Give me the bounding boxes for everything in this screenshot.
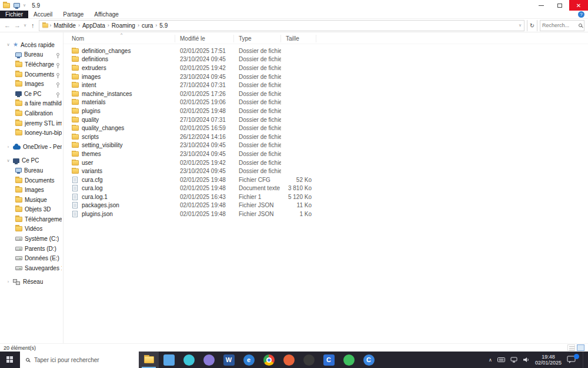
sidebar-item-jeremy-stl-imprima[interactable]: jeremy STL imprima <box>0 118 63 128</box>
sidebar-item-documents[interactable]: Documents <box>0 69 63 79</box>
file-row[interactable]: scripts26/12/2024 14:16Dossier de fichie… <box>64 132 588 141</box>
taskbar-blue-tiles-app-icon[interactable] <box>159 352 179 368</box>
file-row[interactable]: definitions23/10/2024 09:45Dossier de fi… <box>64 55 588 64</box>
sort-ascending-icon[interactable]: ^ <box>121 32 122 37</box>
taskbar-blue-c-round-app-icon[interactable]: C <box>359 352 379 368</box>
file-row[interactable]: definition_changes02/01/2025 17:51Dossie… <box>64 47 588 55</box>
sidebar-item-objets-3d[interactable]: Objets 3D <box>0 205 63 215</box>
sidebar-item-calibration[interactable]: Calibration <box>0 108 63 118</box>
sidebar-item-musique[interactable]: Musique <box>0 195 63 205</box>
sidebar-item-sauvegardes-1-g-[interactable]: Sauvegardes 1 (G:) <box>0 263 63 273</box>
file-row[interactable]: quality27/10/2024 07:31Dossier de fichie… <box>64 115 588 124</box>
action-center-button[interactable] <box>567 356 577 364</box>
breadcrumb-segment[interactable]: AppData <box>80 22 108 29</box>
volume-icon[interactable] <box>523 357 530 363</box>
file-row[interactable]: variants23/10/2024 09:45Dossier de fichi… <box>64 167 588 175</box>
breadcrumb-segment[interactable]: Mathilde <box>51 22 78 29</box>
taskbar-word-app-icon[interactable]: W <box>219 352 239 368</box>
file-row[interactable]: cura.log02/01/2025 19:48Document texte3 … <box>64 184 588 193</box>
show-desktop-button[interactable] <box>583 352 586 368</box>
collapse-caret-icon[interactable]: ∨ <box>6 158 11 163</box>
collapse-caret-icon[interactable]: ∨ <box>6 42 11 47</box>
sidebar-item-ce-pc[interactable]: Ce PC <box>0 89 63 99</box>
taskbar-dark-round-app-icon[interactable] <box>299 352 319 368</box>
file-row[interactable]: plugins02/01/2025 19:48Dossier de fichie… <box>64 107 588 115</box>
hidden-icons-chevron-icon[interactable]: ∧ <box>489 357 492 363</box>
explorer-search-input[interactable] <box>542 22 577 28</box>
file-row[interactable]: packages.json02/01/2025 19:48Fichier JSO… <box>64 201 588 210</box>
qat-customize-caret-icon[interactable]: ∨ <box>23 3 26 8</box>
sidebar-item-parents-d-[interactable]: Parents (D:) <box>0 244 63 254</box>
breadcrumb-caret-icon[interactable]: ∨ <box>519 23 522 28</box>
breadcrumb[interactable]: ›Mathilde›AppData›Roaming›cura›5.9 ∨ <box>39 20 524 31</box>
maximize-button[interactable] <box>550 0 569 11</box>
quick-access-toolbar-icon[interactable] <box>14 3 20 8</box>
sidebar-item-bureau[interactable]: Bureau <box>0 50 63 60</box>
file-row[interactable]: plugins.json02/01/2025 19:48Fichier JSON… <box>64 210 588 218</box>
file-row[interactable]: cura.log.102/01/2025 16:43Fichier 15 120… <box>64 193 588 201</box>
taskbar-chrome-browser-icon[interactable] <box>259 352 279 368</box>
thumbnails-view-button[interactable] <box>577 344 584 351</box>
expand-caret-icon[interactable]: › <box>6 280 11 284</box>
forward-icon[interactable]: → <box>14 22 21 29</box>
up-icon[interactable]: ↑ <box>29 22 36 29</box>
sidebar-item-t-l-chargements[interactable]: Téléchargements <box>0 59 63 69</box>
file-row[interactable]: extruders02/01/2025 19:42Dossier de fich… <box>64 64 588 72</box>
refresh-icon[interactable]: ↻ <box>527 20 537 31</box>
column-header-name[interactable]: Nom <box>64 35 175 42</box>
sidebar-item-looney-tun-bip-bip[interactable]: looney-tun-bip-bip <box>0 128 63 138</box>
file-row[interactable]: machine_instances02/01/2025 17:26Dossier… <box>64 89 588 98</box>
sidebar-item-documents[interactable]: Documents <box>0 175 63 185</box>
sidebar-item-images[interactable]: Images <box>0 185 63 195</box>
taskbar-file-explorer-icon[interactable] <box>139 352 159 368</box>
sidebar-section-ce-pc[interactable]: ∨Ce PC <box>0 156 63 166</box>
file-row[interactable]: intent27/10/2024 07:31Dossier de fichier… <box>64 81 588 89</box>
help-icon[interactable]: ? <box>578 11 584 18</box>
expand-caret-icon[interactable]: › <box>6 145 11 149</box>
sidebar-item-a-faire-mathilde[interactable]: a faire mathilde <box>0 99 63 109</box>
back-icon[interactable]: ← <box>4 22 11 29</box>
sidebar-section-acc-s-rapide[interactable]: ∨★Accès rapide <box>0 40 63 50</box>
file-row[interactable]: images23/10/2024 09:45Dossier de fichier… <box>64 72 588 81</box>
file-row[interactable]: cura.cfg02/01/2025 19:48Fichier CFG52 Ko <box>64 175 588 184</box>
sidebar-item-bureau[interactable]: Bureau <box>0 165 63 175</box>
sidebar-item-images[interactable]: Images <box>0 79 63 89</box>
minimize-button[interactable] <box>532 0 550 11</box>
taskbar-purple-round-app-icon[interactable] <box>199 352 219 368</box>
ribbon-tab-partage[interactable]: Partage <box>58 11 89 18</box>
taskbar-teal-round-app-icon[interactable] <box>179 352 199 368</box>
explorer-search[interactable] <box>540 20 584 31</box>
taskbar-orange-round-app-icon[interactable] <box>279 352 299 368</box>
sidebar-section-onedrive-personal[interactable]: ›OneDrive - Personal <box>0 142 63 152</box>
ribbon-tab-accueil[interactable]: Accueil <box>28 11 58 18</box>
taskbar-search[interactable] <box>20 352 139 368</box>
sidebar-section-r-seau[interactable]: ›Réseau <box>0 277 63 287</box>
breadcrumb-segment[interactable]: 5.9 <box>157 22 170 29</box>
taskbar-blue-c-app-icon[interactable]: C <box>319 352 339 368</box>
sidebar-item-syst-me-c-[interactable]: Système (C:) <box>0 234 63 244</box>
sidebar-item-t-l-chargements[interactable]: Téléchargements <box>0 214 63 224</box>
column-header-date[interactable]: Modifié le <box>175 35 234 42</box>
touch-keyboard-icon[interactable] <box>497 357 505 363</box>
file-row[interactable]: user02/01/2025 19:42Dossier de fichiers <box>64 158 588 167</box>
taskbar-clock[interactable]: 19:48 02/01/2025 <box>535 354 562 366</box>
taskbar-green-round-app-icon[interactable] <box>339 352 359 368</box>
column-header-size[interactable]: Taille <box>281 35 316 42</box>
column-header-type[interactable]: Type <box>234 35 281 42</box>
history-caret-icon[interactable]: ∨ <box>24 23 26 28</box>
details-view-button[interactable] <box>567 344 575 351</box>
file-row[interactable]: themes23/10/2024 09:45Dossier de fichier… <box>64 150 588 158</box>
sidebar-item-vid-os[interactable]: Vidéos <box>0 224 63 234</box>
taskbar-edge-browser-icon[interactable]: e <box>239 352 259 368</box>
taskbar-search-input[interactable] <box>33 356 134 364</box>
file-row[interactable]: quality_changes02/01/2025 16:59Dossier d… <box>64 124 588 132</box>
breadcrumb-segment[interactable]: Roaming <box>109 22 138 29</box>
close-button[interactable]: ✕ <box>569 0 588 11</box>
ribbon-tab-fichier[interactable]: Fichier <box>0 11 28 18</box>
ribbon-tab-affichage[interactable]: Affichage <box>89 11 124 18</box>
start-button[interactable] <box>0 352 20 368</box>
sidebar-item-donn-es-e-[interactable]: Données (E:) <box>0 253 63 263</box>
file-row[interactable]: materials02/01/2025 19:06Dossier de fich… <box>64 98 588 107</box>
network-icon[interactable] <box>510 357 517 363</box>
breadcrumb-segment[interactable]: cura <box>139 22 155 29</box>
